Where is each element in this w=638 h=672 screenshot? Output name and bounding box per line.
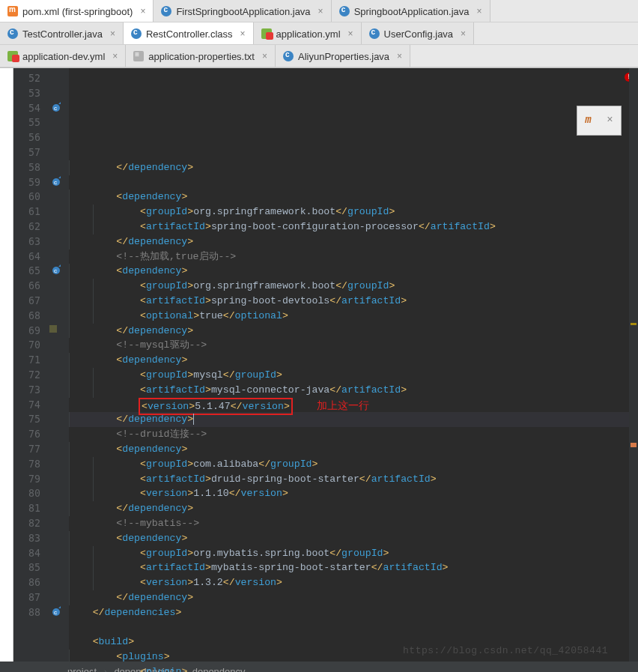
close-icon[interactable]: ×: [315, 6, 323, 16]
file-tab[interactable]: RestController.class×: [124, 22, 254, 45]
file-tab[interactable]: FirstSpringbootApplication.java×: [154, 0, 331, 22]
maven-icon: m: [585, 113, 591, 128]
bookmark-icon[interactable]: [49, 325, 57, 333]
line-number: 77: [13, 442, 46, 457]
implement-bean-icon[interactable]: c: [51, 605, 63, 617]
line-number: 71: [13, 353, 46, 368]
line-number: 78: [13, 457, 46, 472]
tab-row-1: pom.xml (first-springboot)×FirstSpringbo…: [0, 0, 638, 22]
line-number: 73: [13, 383, 46, 398]
code-line[interactable]: <dependency>: [69, 264, 638, 279]
code-line[interactable]: <artifactId>spring-boot-devtools</artifa…: [69, 294, 638, 309]
code-line[interactable]: <artifactId>mysql-connector-java</artifa…: [69, 383, 638, 398]
file-tab[interactable]: TestController.java×: [0, 22, 124, 45]
code-line[interactable]: </dependency>: [69, 412, 638, 427]
file-tab[interactable]: application-dev.yml×: [0, 45, 126, 67]
code-line[interactable]: </dependency>: [69, 501, 638, 516]
code-line[interactable]: <artifactId>spring-boot-configuration-pr…: [69, 220, 638, 234]
code-line[interactable]: <plugin>: [69, 665, 638, 672]
code-line[interactable]: <dependency>: [69, 442, 638, 457]
code-editor[interactable]: 5253545556575859606162636465666768697071…: [0, 68, 638, 662]
close-icon[interactable]: ×: [107, 28, 115, 39]
svg-text:c: c: [54, 105, 57, 112]
line-number: 60: [13, 190, 46, 205]
gutter-icon-column: cccc: [46, 68, 69, 662]
code-area[interactable]: ! m × https://blog.csdn.net/qq_42058441 …: [69, 68, 638, 662]
line-number: 57: [13, 145, 46, 160]
line-number: 75: [13, 412, 46, 427]
file-tab[interactable]: AliyunProperties.java×: [276, 45, 410, 67]
close-icon[interactable]: ×: [345, 28, 353, 39]
class-file-icon: [161, 6, 171, 16]
code-line[interactable]: </dependency>: [69, 324, 638, 339]
code-line[interactable]: <dependency>: [69, 531, 638, 546]
code-line[interactable]: <dependency>: [69, 190, 638, 205]
tab-label: application-dev.yml: [22, 51, 105, 62]
implement-bean-icon[interactable]: c: [51, 264, 63, 276]
class-file-icon: [131, 28, 142, 39]
code-line[interactable]: <dependency>: [69, 353, 638, 368]
line-number: 55: [13, 115, 46, 130]
code-line[interactable]: <groupId>com.alibaba</groupId>: [69, 457, 638, 472]
close-icon[interactable]: ×: [237, 28, 246, 39]
line-number: 67: [13, 294, 46, 309]
tab-label: SpringbootApplication.java: [354, 6, 470, 17]
file-tab[interactable]: application-properties.txt×: [126, 45, 276, 67]
line-number: 85: [13, 560, 46, 575]
line-number: 65: [13, 264, 46, 279]
file-tab[interactable]: pom.xml (first-springboot)×: [0, 0, 154, 22]
code-line[interactable]: </dependency>: [69, 234, 638, 249]
implement-bean-icon[interactable]: c: [51, 101, 63, 113]
line-number: 63: [13, 234, 46, 249]
close-icon[interactable]: ×: [137, 6, 145, 16]
close-icon[interactable]: ×: [458, 28, 466, 39]
code-line[interactable]: <optional>true</optional>: [69, 309, 638, 324]
line-number-gutter: 5253545556575859606162636465666768697071…: [13, 68, 46, 662]
left-gutter-strip: [0, 68, 13, 662]
file-tab[interactable]: application.yml×: [254, 22, 362, 45]
line-number: 69: [13, 324, 46, 339]
line-number: 64: [13, 249, 46, 264]
code-line[interactable]: <!--druid连接-->: [69, 427, 638, 442]
yaml-file-icon: [261, 28, 272, 39]
code-line[interactable]: <version>5.1.47</version> 加上这一行: [69, 398, 638, 413]
line-number: 86: [13, 575, 46, 590]
code-line[interactable]: <groupId>org.mybatis.spring.boot</groupI…: [69, 546, 638, 561]
code-line[interactable]: [69, 175, 638, 190]
line-number: 74: [13, 398, 46, 413]
line-number: 87: [13, 590, 46, 605]
code-line[interactable]: </dependency>: [69, 590, 638, 605]
code-line[interactable]: <!--mysql驱动-->: [69, 338, 638, 353]
close-icon[interactable]: ×: [259, 51, 267, 61]
line-number: 84: [13, 546, 46, 561]
code-line[interactable]: <artifactId>mybatis-spring-boot-starter<…: [69, 560, 638, 575]
code-line[interactable]: <!--mybatis-->: [69, 516, 638, 531]
tab-label: application.yml: [276, 28, 341, 40]
close-icon[interactable]: ×: [607, 113, 613, 128]
implement-bean-icon[interactable]: c: [51, 175, 63, 187]
close-icon[interactable]: ×: [109, 51, 118, 61]
line-number: 80: [13, 486, 46, 501]
code-line[interactable]: <version>1.3.2</version>: [69, 575, 638, 590]
tab-label: AliyunProperties.java: [298, 51, 389, 62]
tab-label: application-properties.txt: [148, 51, 255, 62]
code-line[interactable]: <groupId>org.springframework.boot</group…: [69, 205, 638, 220]
tab-label: FirstSpringbootApplication.java: [176, 6, 310, 17]
code-line[interactable]: <groupId>mysql</groupId>: [69, 368, 638, 383]
scrollbar-track[interactable]: [629, 68, 638, 662]
code-line[interactable]: <groupId>org.springframework.boot</group…: [69, 279, 638, 294]
code-line[interactable]: </dependency>: [69, 160, 638, 175]
line-number: 53: [13, 86, 46, 101]
code-line[interactable]: <!--热加载,true启动-->: [69, 249, 638, 264]
code-line[interactable]: [69, 620, 638, 635]
close-icon[interactable]: ×: [394, 51, 402, 61]
line-number: 56: [13, 130, 46, 145]
line-number: 66: [13, 279, 46, 294]
code-line[interactable]: <version>1.1.10</version>: [69, 486, 638, 501]
close-icon[interactable]: ×: [474, 6, 482, 16]
code-line[interactable]: </dependencies>: [69, 605, 638, 620]
code-line[interactable]: <artifactId>druid-spring-boot-starter</a…: [69, 472, 638, 487]
file-tab[interactable]: SpringbootApplication.java×: [332, 0, 490, 22]
tab-label: pom.xml (first-springboot): [22, 6, 133, 17]
file-tab[interactable]: UserConfig.java×: [362, 22, 475, 45]
